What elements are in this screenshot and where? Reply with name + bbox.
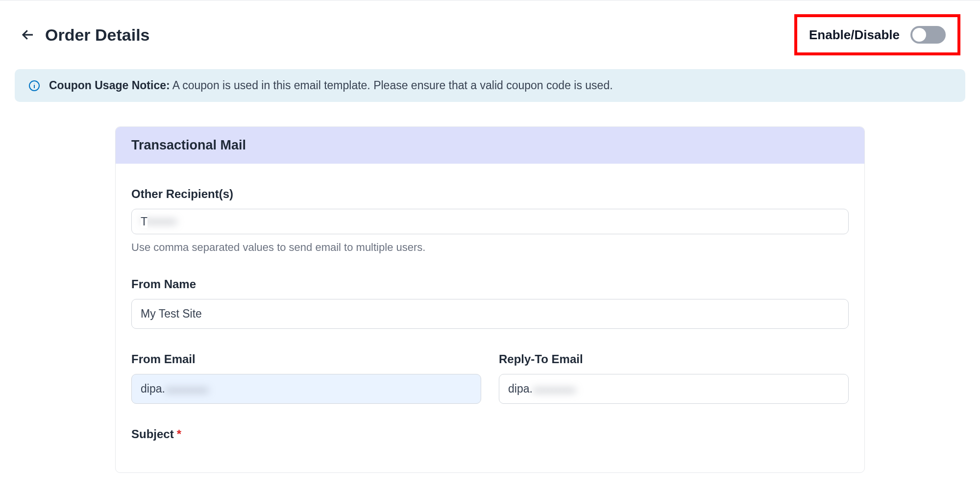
back-arrow-icon[interactable] bbox=[20, 26, 36, 43]
subject-field: Subject * bbox=[131, 427, 849, 441]
other-recipients-label: Other Recipient(s) bbox=[131, 187, 849, 201]
notice-title: Coupon Usage Notice: bbox=[49, 79, 170, 92]
enable-disable-toggle[interactable] bbox=[910, 26, 946, 44]
notice-body: A coupon is used in this email template.… bbox=[172, 79, 613, 92]
other-recipients-help: Use comma separated values to send email… bbox=[131, 241, 849, 254]
visible-prefix: T bbox=[141, 215, 147, 228]
email-row: From Email dipa.xxxxxxxxxxx Reply-To Ema… bbox=[131, 352, 849, 427]
other-recipients-field: Other Recipient(s) Txxxxxxxx T Use comma… bbox=[131, 187, 849, 254]
page-title: Order Details bbox=[45, 25, 150, 45]
reply-to-email-prefix-inline: dipa. bbox=[508, 382, 533, 395]
subject-label-text: Subject bbox=[131, 427, 174, 441]
reply-to-email-field: Reply-To Email dipa.xxxxxxxxxxx bbox=[499, 352, 849, 404]
enable-disable-toggle-group[interactable]: Enable/Disable bbox=[794, 14, 960, 55]
from-email-input[interactable]: dipa.xxxxxxxxxxx bbox=[131, 374, 481, 404]
from-name-field: From Name bbox=[131, 277, 849, 329]
from-email-field: From Email dipa.xxxxxxxxxxx bbox=[131, 352, 481, 404]
card-body: Other Recipient(s) Txxxxxxxx T Use comma… bbox=[116, 164, 864, 472]
other-recipients-input[interactable]: Txxxxxxxx T bbox=[131, 209, 849, 234]
reply-to-email-label: Reply-To Email bbox=[499, 352, 849, 366]
blur-mask: xxxxxxxxxxx bbox=[533, 386, 576, 394]
top-bar: Order Details Enable/Disable bbox=[0, 0, 980, 69]
title-group: Order Details bbox=[20, 25, 150, 45]
coupon-notice: Coupon Usage Notice: A coupon is used in… bbox=[15, 69, 965, 102]
blur-mask: xxxxxxxxxxx bbox=[165, 386, 208, 394]
from-email-label: From Email bbox=[131, 352, 481, 366]
info-icon bbox=[28, 80, 40, 92]
toggle-knob bbox=[912, 28, 926, 42]
transactional-mail-card: Transactional Mail Other Recipient(s) Tx… bbox=[115, 126, 865, 473]
from-name-input[interactable] bbox=[131, 299, 849, 329]
subject-label: Subject * bbox=[131, 427, 849, 441]
required-star-icon: * bbox=[177, 427, 181, 441]
svg-point-3 bbox=[34, 83, 34, 83]
from-name-label: From Name bbox=[131, 277, 849, 291]
enable-disable-label: Enable/Disable bbox=[809, 27, 900, 43]
notice-text: Coupon Usage Notice: A coupon is used in… bbox=[49, 79, 613, 92]
reply-to-email-input[interactable]: dipa.xxxxxxxxxxx bbox=[499, 374, 849, 404]
from-email-prefix-inline: dipa. bbox=[141, 382, 165, 395]
card-title: Transactional Mail bbox=[116, 127, 864, 164]
